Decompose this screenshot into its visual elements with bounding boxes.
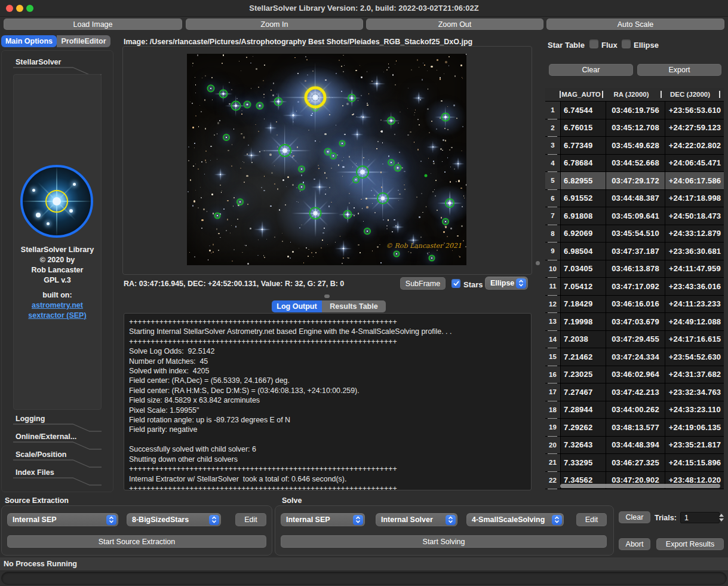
- table-row[interactable]: 56.8295503:47:29.172+24:06:17.586: [545, 172, 724, 190]
- section-stellarsolver[interactable]: StellarSolver: [16, 58, 61, 66]
- table-row[interactable]: 46.7868403:44:52.668+24:06:45.471: [545, 155, 724, 173]
- auto-scale-button[interactable]: Auto Scale: [546, 19, 724, 30]
- star: [311, 252, 312, 253]
- edit-solve-profile-button[interactable]: Edit: [576, 513, 607, 526]
- star: [320, 142, 320, 142]
- table-row[interactable]: 26.7601503:45:12.708+24:27:59.123: [545, 119, 724, 137]
- table-row[interactable]: 16.7454403:46:19.756+23:56:53.610: [545, 102, 724, 119]
- column-header-mag[interactable]: MAG_AUTO: [560, 91, 602, 98]
- solve-profile-select[interactable]: 4-SmallScaleSolving: [466, 513, 564, 526]
- star: [258, 87, 259, 88]
- section-scale-position[interactable]: Scale/Position: [16, 450, 66, 459]
- start-solving-button[interactable]: Start Solving: [281, 535, 607, 548]
- table-cell: 6.76015: [561, 119, 606, 137]
- progress-bar: [1, 572, 727, 585]
- table-cell: +24:06:17.586: [665, 172, 724, 189]
- table-cell: 03:47:24.334: [606, 348, 665, 366]
- load-image-button[interactable]: Load Image: [4, 19, 182, 30]
- extraction-profile-select[interactable]: 8-BigSizedStars: [127, 513, 221, 526]
- table-cell: 18: [545, 401, 561, 419]
- table-cell: 8: [545, 225, 561, 243]
- clear-session-button[interactable]: Clear: [619, 511, 650, 523]
- marker-style-select[interactable]: Ellipse: [485, 277, 528, 290]
- table-row[interactable]: 127.1842903:46:16.016+24:11:23.233: [545, 296, 724, 314]
- table-row[interactable]: 107.0340503:46:13.878+24:11:47.959: [545, 260, 724, 278]
- table-cell: +23:54:52.630: [665, 348, 724, 366]
- star: [422, 79, 423, 80]
- spinner-down-icon[interactable]: [719, 518, 724, 521]
- star: [201, 228, 202, 229]
- export-table-button[interactable]: Export: [637, 64, 721, 76]
- table-row[interactable]: 157.2146203:47:24.334+23:54:52.630: [545, 348, 724, 366]
- star: [382, 142, 383, 143]
- solve-extractor-select[interactable]: Internal SEP: [281, 513, 365, 526]
- star: [326, 177, 327, 179]
- table-row[interactable]: 217.3329503:46:27.325+24:15:15.896: [545, 454, 724, 472]
- table-row[interactable]: 96.9850403:47:37.187+23:36:30.681: [545, 243, 724, 260]
- chevron-up-down-icon: [209, 515, 219, 525]
- table-row[interactable]: 36.7734903:45:49.628+24:22:02.802: [545, 137, 724, 155]
- star: [311, 115, 312, 116]
- star: [204, 99, 206, 101]
- star: [344, 65, 345, 66]
- table-row[interactable]: 167.2302503:46:02.964+24:31:37.682: [545, 366, 724, 384]
- star: [367, 71, 368, 72]
- star: [201, 219, 203, 221]
- table-cell: 03:44:52.668: [606, 155, 665, 172]
- panel-splitter-handle[interactable]: [536, 261, 540, 265]
- table-row[interactable]: 66.9155203:44:48.387+24:17:18.998: [545, 190, 724, 208]
- extraction-method-select[interactable]: Internal SEP: [7, 513, 118, 526]
- horizontal-scrollbar-thumb[interactable]: [560, 484, 720, 488]
- star: [294, 57, 295, 58]
- table-row[interactable]: 197.2926203:48:13.577+24:19:06.135: [545, 419, 724, 437]
- star: [454, 75, 456, 76]
- table-row[interactable]: 207.3264303:44:48.394+23:35:21.817: [545, 437, 724, 455]
- export-results-button[interactable]: Export Results: [656, 538, 724, 550]
- table-row[interactable]: 177.2746703:47:42.213+23:32:34.763: [545, 383, 724, 401]
- flux-checkbox[interactable]: [589, 39, 598, 48]
- section-online-external[interactable]: Online/External...: [16, 432, 76, 441]
- star: [447, 157, 449, 158]
- zoom-in-button[interactable]: Zoom In: [186, 19, 363, 30]
- star: [245, 245, 247, 246]
- trials-input[interactable]: 1: [680, 512, 720, 523]
- table-row[interactable]: 147.203803:47:29.455+24:17:16.615: [545, 331, 724, 349]
- star: [451, 147, 452, 148]
- tab-results-table[interactable]: Results Table: [322, 300, 386, 312]
- table-row[interactable]: 86.9206903:45:54.510+24:33:12.879: [545, 225, 724, 243]
- astrometry-link[interactable]: astrometry.net: [14, 301, 101, 309]
- log-output[interactable]: ++++++++++++++++++++++++++++++++++++++++…: [124, 313, 532, 490]
- column-header-ra[interactable]: RA (J2000): [602, 91, 661, 98]
- star: [220, 237, 221, 238]
- spinner-up-icon[interactable]: [719, 514, 724, 517]
- star: [449, 65, 450, 66]
- start-source-extraction-button[interactable]: Start Source Extraction: [7, 535, 266, 548]
- ellipse-checkbox[interactable]: [622, 39, 631, 48]
- edit-extraction-profile-button[interactable]: Edit: [235, 513, 266, 526]
- splitter-handle[interactable]: [324, 294, 330, 298]
- stars-checkbox[interactable]: [451, 279, 460, 288]
- solver-select[interactable]: Internal Solver: [376, 513, 457, 526]
- star: [298, 202, 299, 203]
- star: [315, 252, 317, 253]
- zoom-out-button[interactable]: Zoom Out: [366, 19, 543, 30]
- tab-main-options[interactable]: Main Options: [1, 35, 57, 47]
- table-row[interactable]: 76.9180803:45:09.641+24:50:18.473: [545, 207, 724, 225]
- trials-stepper[interactable]: [718, 510, 725, 524]
- table-cell: 6.98504: [561, 243, 606, 260]
- table-cell: 6.91552: [561, 190, 606, 207]
- image-canvas[interactable]: © Rob Lancaster 2021: [187, 54, 466, 265]
- tab-log-output[interactable]: Log Output: [272, 300, 322, 312]
- tab-profile-editor[interactable]: ProfileEditor: [57, 35, 110, 47]
- table-row[interactable]: 117.0541203:47:17.092+23:43:36.016: [545, 278, 724, 296]
- section-index-files[interactable]: Index Files: [16, 468, 54, 477]
- table-row[interactable]: 137.1999803:47:03.679+24:49:12.088: [545, 313, 724, 331]
- clear-table-button[interactable]: Clear: [549, 64, 633, 76]
- subframe-button[interactable]: SubFrame: [400, 277, 446, 290]
- column-header-dec[interactable]: DEC (J2000): [661, 91, 720, 98]
- abort-button[interactable]: Abort: [619, 538, 650, 550]
- section-logging[interactable]: Logging: [16, 415, 45, 423]
- table-row[interactable]: 187.2894403:44:00.262+24:33:23.110: [545, 401, 724, 419]
- log-line: Solve Log Odds: 92.5142: [124, 346, 531, 356]
- sextractor-link[interactable]: sextractor (SEP): [14, 311, 101, 320]
